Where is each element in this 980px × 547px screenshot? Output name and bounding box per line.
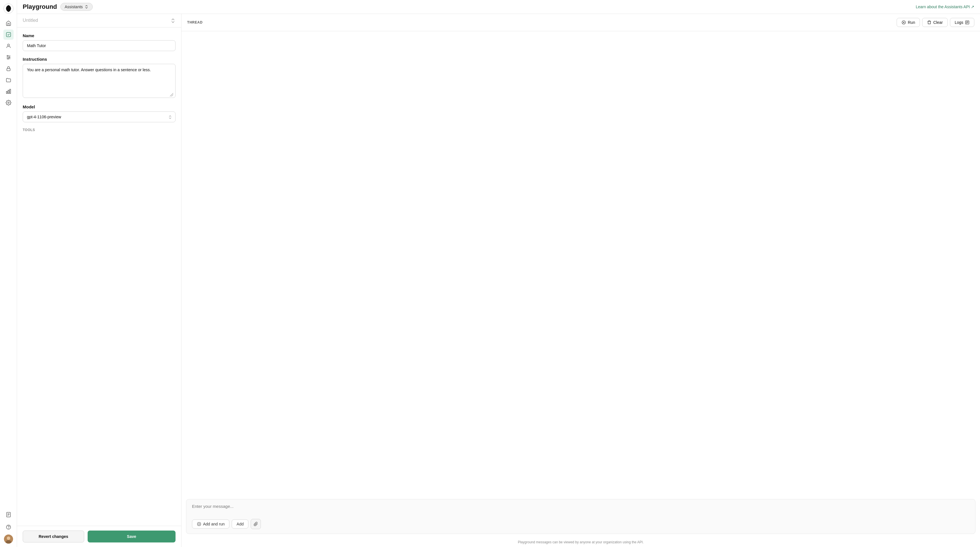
svg-rect-11: [8, 90, 9, 94]
panel-chevron-icon[interactable]: [170, 18, 175, 23]
svg-point-7: [9, 57, 10, 57]
instructions-label: Instructions: [23, 57, 175, 62]
svg-rect-10: [6, 91, 7, 94]
thread-label: THREAD: [187, 21, 203, 24]
mode-selector[interactable]: Assistants: [60, 3, 93, 11]
model-field: Model gpt-4-1106-preview gpt-4 gpt-3.5-t…: [23, 104, 175, 122]
instructions-textarea[interactable]: [23, 64, 175, 98]
sidebar-item-chart[interactable]: [3, 86, 14, 96]
svg-rect-1: [6, 33, 11, 37]
main-content: Playground Assistants Learn about the As…: [17, 0, 980, 547]
name-label: Name: [23, 33, 175, 38]
revert-button[interactable]: Revert changes: [23, 531, 84, 542]
svg-rect-9: [7, 69, 10, 71]
svg-point-6: [7, 55, 8, 56]
logs-button[interactable]: Logs: [950, 18, 974, 27]
name-field: Name: [23, 33, 175, 51]
add-run-label: Add and run: [203, 522, 224, 526]
clear-label: Clear: [933, 20, 943, 25]
right-panel: THREAD Run Clear: [181, 14, 980, 547]
svg-rect-12: [10, 89, 11, 94]
run-button[interactable]: Run: [897, 18, 920, 27]
sidebar-item-lock[interactable]: [3, 64, 14, 74]
resize-icon: [170, 92, 173, 96]
model-select-wrapper: gpt-4-1106-preview gpt-4 gpt-3.5-turbo: [23, 112, 175, 122]
clear-button[interactable]: Clear: [922, 18, 947, 27]
add-button[interactable]: Add: [232, 520, 248, 529]
sidebar-item-gear[interactable]: [3, 97, 14, 108]
page-title: Playground: [23, 3, 57, 11]
logs-label: Logs: [955, 20, 963, 25]
save-button[interactable]: Save: [88, 531, 175, 542]
thread-actions: Run Clear Logs: [897, 18, 974, 27]
tools-section: TOOLS: [23, 128, 175, 134]
panel-header: Untitled: [17, 14, 181, 27]
mode-label: Assistants: [65, 5, 83, 9]
panel-footer: Revert changes Save: [17, 526, 181, 547]
thread-body: [181, 31, 980, 496]
tools-label: TOOLS: [23, 128, 175, 132]
message-actions: Add and run Add: [192, 519, 969, 529]
message-input[interactable]: [192, 504, 969, 515]
top-header: Playground Assistants Learn about the As…: [17, 0, 980, 14]
add-and-run-button[interactable]: Add and run: [192, 520, 229, 529]
sidebar-item-help[interactable]: [3, 522, 14, 532]
thread-header: THREAD Run Clear: [181, 14, 980, 31]
svg-point-18: [6, 525, 11, 529]
sidebar: [0, 0, 17, 547]
model-label: Model: [23, 104, 175, 109]
logo[interactable]: [3, 3, 14, 14]
learn-api-link[interactable]: Learn about the Assistants API ↗: [916, 5, 974, 9]
sidebar-item-folder[interactable]: [3, 75, 14, 85]
message-area: Add and run Add: [186, 499, 975, 534]
name-input[interactable]: [23, 40, 175, 51]
user-avatar[interactable]: [4, 534, 13, 544]
svg-point-2: [7, 44, 10, 46]
sidebar-item-playground[interactable]: [3, 30, 14, 40]
sidebar-item-assistants[interactable]: [3, 41, 14, 51]
model-select[interactable]: gpt-4-1106-preview gpt-4 gpt-3.5-turbo: [23, 112, 175, 122]
add-label: Add: [237, 522, 243, 526]
content-area: Untitled Name Instructions: [17, 14, 980, 547]
sidebar-item-docs[interactable]: [3, 510, 14, 520]
instructions-field: Instructions: [23, 57, 175, 99]
svg-point-21: [7, 536, 10, 540]
svg-point-13: [8, 102, 9, 104]
svg-marker-26: [904, 22, 905, 23]
footer-note: Playground messages can be viewed by any…: [181, 537, 980, 547]
sidebar-item-settings[interactable]: [3, 52, 14, 62]
untitled-label: Untitled: [23, 18, 38, 23]
instructions-wrapper: [23, 64, 175, 99]
svg-point-8: [7, 58, 8, 59]
attach-button[interactable]: [251, 519, 261, 529]
svg-marker-32: [199, 523, 200, 525]
run-label: Run: [908, 20, 915, 25]
left-panel: Untitled Name Instructions: [17, 14, 181, 547]
sidebar-item-home[interactable]: [3, 18, 14, 29]
panel-body: Name Instructions: [17, 27, 181, 526]
